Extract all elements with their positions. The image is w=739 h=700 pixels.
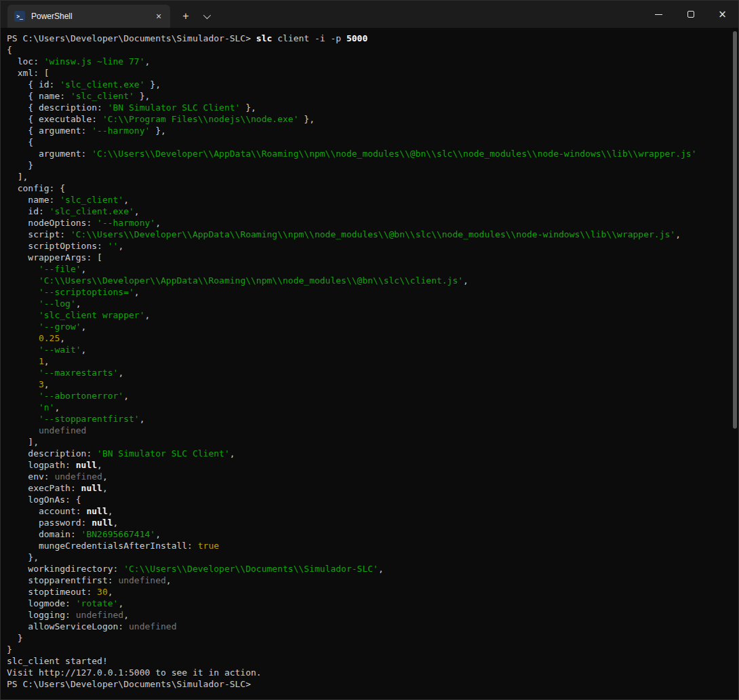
terminal-line: undefined [7,425,726,436]
terminal-text-segment: 'C:\\Users\\Developer\\AppData\\Roaming\… [71,229,675,239]
terminal-line: { executable: 'C:\\Program Files\\nodejs… [7,113,726,125]
terminal-text-segment: name: [7,195,60,205]
terminal-text-segment: , [113,518,119,528]
terminal-line: 3, [7,378,726,390]
terminal-text-segment: domain: [7,529,81,539]
terminal-text-segment: { id: [7,79,60,90]
terminal-line: '--scriptoptions=', [7,286,726,298]
close-icon: × [156,12,161,21]
terminal-text-segment: logmode: [7,598,76,608]
terminal-window: >_ PowerShell × + × PS C:\Users\Develope… [0,0,739,700]
terminal-text-segment: , [44,379,49,389]
terminal-text-segment: '--wait' [39,345,81,355]
terminal-text-segment: , [44,356,49,366]
terminal-line: '--stopparentfirst', [7,413,726,425]
terminal-line: ], [7,436,726,448]
terminal-text-segment: '--scriptoptions=' [39,287,134,297]
window-close-icon: × [718,9,727,20]
terminal-text-segment: 'slc_client' [60,195,123,205]
terminal-text-segment: 'C:\\Users\\Developer\\AppData\\Roaming\… [92,149,696,159]
terminal-text-segment: Visit http://127.0.0.1:5000 to see it in… [7,667,262,678]
new-tab-button[interactable]: + [176,6,196,26]
titlebar[interactable]: >_ PowerShell × + × [1,1,738,28]
terminal-line: logging: undefined, [7,609,726,621]
terminal-text-segment: id: [7,206,49,216]
terminal-text-segment: 'slc_client wrapper' [39,310,145,320]
terminal-text-segment: slc [256,33,272,43]
terminal-line: logOnAs: { [7,494,726,505]
chevron-down-icon [203,12,211,19]
maximize-button[interactable] [675,1,706,28]
terminal-line: Visit http://127.0.0.1:5000 to see it in… [7,667,726,678]
terminal-text-segment: 'BN Simulator SLC Client' [108,102,241,113]
terminal-text-segment: 30 [97,587,108,597]
terminal-text-segment [7,322,39,332]
terminal-text-segment [7,391,39,401]
terminal-text-segment: loc: [7,56,44,66]
terminal-text-segment: , [145,56,151,66]
terminal-text-segment: PS C:\Users\Developer\Documents\Simulado… [7,679,256,689]
terminal-text-segment: 'BN Simulator SLC Client' [97,448,230,459]
terminal-text-segment: workingdirectory: [7,564,123,574]
terminal-text-segment: , [140,414,145,424]
terminal[interactable]: PS C:\Users\Developer\Documents\Simulado… [1,28,738,699]
terminal-line: '--log', [7,298,726,309]
tab-powershell[interactable]: >_ PowerShell × [7,5,170,28]
terminal-text-segment: { [7,45,12,55]
terminal-line: loc: 'winsw.js ~line 77', [7,56,726,67]
tab-title: PowerShell [31,12,151,21]
terminal-line: ], [7,171,726,182]
tab-dropdown-button[interactable] [196,6,216,26]
terminal-text-segment: , [76,298,81,309]
terminal-text-segment: undefined [129,621,176,631]
terminal-line: id: 'slc_client.exe', [7,206,726,217]
terminal-text-segment: xml: [ [7,68,49,78]
terminal-text-segment: password: [7,518,92,528]
terminal-line: { id: 'slc_client.exe' }, [7,79,726,90]
terminal-text-segment [7,402,39,412]
terminal-text-segment: , [118,598,123,608]
terminal-line: allowServiceLogon: undefined [7,621,726,632]
terminal-line: account: null, [7,505,726,517]
terminal-text-segment: { executable: [7,114,102,124]
terminal-text-segment: ], [7,437,39,447]
terminal-text-segment: , [155,218,161,228]
terminal-line: '--wait', [7,344,726,355]
terminal-line: PS C:\Users\Developer\Documents\Simulado… [7,678,726,690]
terminal-text-segment: slc_client started! [7,656,108,666]
terminal-text-segment: , [166,575,172,585]
scrollbar[interactable] [730,27,739,700]
terminal-text-segment [7,379,39,389]
tab-close-button[interactable]: × [151,9,166,24]
terminal-text-segment: scriptOptions: [7,241,108,251]
terminal-text-segment: '--log' [39,298,76,309]
terminal-line: 'C:\\Users\\Developer\\AppData\\Roaming\… [7,275,726,286]
terminal-text-segment: null [92,518,113,528]
terminal-line: } [7,159,726,171]
terminal-line: script: 'C:\\Users\\Developer\\AppData\\… [7,229,726,240]
powershell-icon: >_ [14,11,25,22]
terminal-text-segment: , [123,610,129,620]
terminal-text-segment: description: [7,448,97,459]
terminal-text-segment: } [7,160,33,170]
terminal-text-segment: '--harmony' [92,125,150,136]
terminal-text-segment: }, [7,552,39,562]
terminal-line: 'slc_client wrapper', [7,309,726,321]
terminal-line: 0.25, [7,332,726,344]
terminal-line: name: 'slc_client', [7,194,726,206]
terminal-text-segment: 1 [39,356,44,366]
terminal-line: stoptimeout: 30, [7,586,726,598]
terminal-text-segment: logpath: [7,460,76,470]
minimize-button[interactable] [643,1,675,28]
terminal-text-segment: { name: [7,91,71,101]
caption-buttons: × [643,1,738,28]
terminal-text-segment: 'winsw.js ~line 77' [44,56,145,66]
terminal-text-segment [7,264,39,274]
window-close-button[interactable]: × [706,1,738,28]
terminal-line: password: null, [7,517,726,528]
terminal-text-segment: wrapperArgs: [ [7,252,102,262]
terminal-text-segment: , [102,471,108,482]
terminal-text-segment: '--grow' [39,322,81,332]
scrollbar-thumb[interactable] [733,31,737,429]
terminal-text-segment: { [7,137,33,147]
